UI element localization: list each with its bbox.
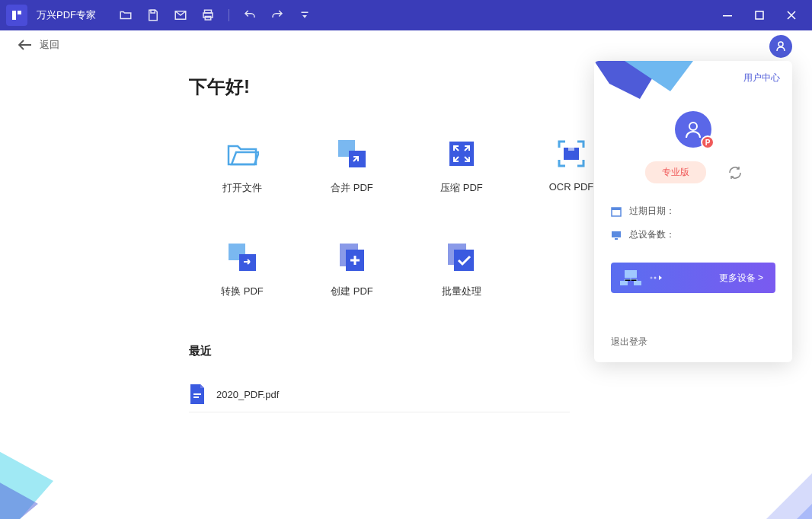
expiry-row: 过期日期： xyxy=(611,205,775,218)
pdf-file-icon xyxy=(189,384,206,404)
separator xyxy=(229,9,229,21)
tile-label: 合并 PDF xyxy=(331,181,373,195)
toolbar: 返回 xyxy=(0,30,812,59)
tile-label: 创建 PDF xyxy=(331,285,373,298)
svg-marker-38 xyxy=(766,473,812,519)
monitor-icon xyxy=(611,230,622,240)
corner-decoration-bl-icon xyxy=(0,405,91,519)
titlebar-tools xyxy=(119,8,312,22)
redo-icon[interactable] xyxy=(270,8,284,22)
info-block: 过期日期： 总设备数： xyxy=(594,205,792,241)
app-logo-icon xyxy=(6,5,27,26)
svg-rect-33 xyxy=(620,281,628,285)
svg-rect-34 xyxy=(634,281,641,285)
svg-rect-29 xyxy=(612,208,621,210)
compress-pdf-tile[interactable]: 压缩 PDF xyxy=(408,137,515,195)
svg-rect-16 xyxy=(568,148,574,151)
user-panel: 用户中心 P 专业版 过期日期： 总设备数： xyxy=(594,61,792,362)
recent-file-name: 2020_PDF.pdf xyxy=(216,389,279,400)
back-label: 返回 xyxy=(40,38,59,52)
tile-label: 批量处理 xyxy=(442,285,481,298)
plan-badge: 专业版 xyxy=(645,161,706,183)
devices-button-icon-group xyxy=(619,269,664,287)
merge-pdf-icon xyxy=(335,137,369,170)
user-icon xyxy=(775,40,787,53)
devices-label: 总设备数： xyxy=(629,228,675,241)
app-title: 万兴PDF专家 xyxy=(37,8,96,22)
titlebar: 万兴PDF专家 xyxy=(0,0,812,30)
tile-label: 压缩 PDF xyxy=(440,181,483,195)
save-icon[interactable] xyxy=(146,8,160,22)
close-icon[interactable] xyxy=(786,10,797,21)
merge-pdf-tile[interactable]: 合并 PDF xyxy=(299,137,405,195)
expiry-label: 过期日期： xyxy=(629,205,675,218)
recent-file-item[interactable]: 2020_PDF.pdf xyxy=(189,377,570,412)
batch-icon xyxy=(445,240,478,274)
profile-button[interactable] xyxy=(769,35,792,58)
open-file-icon xyxy=(225,137,259,170)
batch-tile[interactable]: 批量处理 xyxy=(408,240,515,298)
menu-dropdown-icon[interactable] xyxy=(298,8,312,22)
convert-pdf-tile[interactable]: 转换 PDF xyxy=(189,240,296,298)
svg-point-11 xyxy=(778,42,783,46)
more-devices-button[interactable]: 更多设备 > xyxy=(611,263,775,293)
svg-rect-22 xyxy=(454,250,474,271)
svg-rect-14 xyxy=(449,142,474,166)
app-window: 万兴PDF专家 返回 下午好! xyxy=(0,0,812,519)
svg-rect-23 xyxy=(193,393,201,395)
svg-rect-1 xyxy=(18,11,21,14)
pro-badge: P xyxy=(701,135,714,149)
ocr-pdf-icon xyxy=(555,137,588,170)
open-file-tile[interactable]: 打开文件 xyxy=(189,137,296,195)
convert-pdf-icon xyxy=(225,240,259,274)
svg-marker-39 xyxy=(797,504,812,519)
tile-label: OCR PDF xyxy=(549,181,594,193)
back-arrow-icon xyxy=(18,40,32,50)
svg-rect-24 xyxy=(193,396,199,398)
dots-arrow-icon xyxy=(649,274,664,282)
calendar-icon xyxy=(611,206,622,217)
svg-marker-8 xyxy=(302,15,307,18)
minimize-icon[interactable] xyxy=(722,10,733,21)
svg-rect-10 xyxy=(756,11,763,19)
svg-rect-0 xyxy=(12,11,16,20)
maximize-icon[interactable] xyxy=(754,10,765,21)
svg-point-36 xyxy=(654,277,657,279)
svg-marker-40 xyxy=(0,435,53,519)
svg-rect-7 xyxy=(302,12,308,14)
svg-point-27 xyxy=(689,123,697,130)
user-avatar-icon[interactable]: P xyxy=(675,111,711,148)
avatar-container: P xyxy=(594,111,792,148)
svg-rect-2 xyxy=(151,10,155,13)
create-pdf-tile[interactable]: 创建 PDF xyxy=(299,240,405,298)
compress-pdf-icon xyxy=(445,137,478,170)
window-controls xyxy=(722,10,806,21)
devices-row: 总设备数： xyxy=(611,228,775,241)
refresh-icon[interactable] xyxy=(729,167,741,179)
svg-rect-9 xyxy=(723,15,732,17)
panel-header: 用户中心 xyxy=(594,61,792,105)
user-center-link[interactable]: 用户中心 xyxy=(743,72,780,84)
plan-row: 专业版 xyxy=(594,161,792,183)
tile-label: 转换 PDF xyxy=(221,285,264,298)
undo-icon[interactable] xyxy=(243,8,257,22)
svg-marker-37 xyxy=(736,443,812,519)
corner-decoration-br-icon xyxy=(690,397,812,519)
network-devices-icon xyxy=(619,269,643,287)
more-devices-label: 更多设备 > xyxy=(719,272,763,285)
create-pdf-icon xyxy=(335,240,369,274)
mail-icon[interactable] xyxy=(174,8,187,22)
back-button[interactable]: 返回 xyxy=(18,38,59,52)
svg-rect-30 xyxy=(612,231,621,237)
print-icon[interactable] xyxy=(201,8,215,22)
tile-label: 打开文件 xyxy=(222,181,262,195)
folder-icon[interactable] xyxy=(119,8,133,22)
svg-point-35 xyxy=(651,277,653,279)
svg-rect-32 xyxy=(625,270,637,278)
logout-link[interactable]: 退出登录 xyxy=(611,336,647,349)
svg-marker-41 xyxy=(0,466,38,519)
svg-rect-31 xyxy=(615,238,618,240)
